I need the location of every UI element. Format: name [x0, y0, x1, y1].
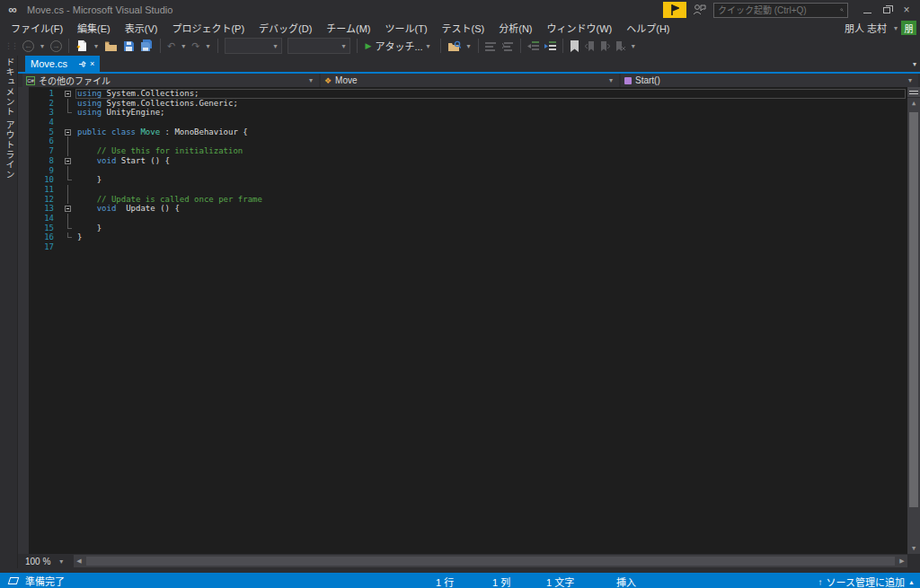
document-outline-vertical-tab[interactable]: ドキュメント アウトライン	[3, 57, 16, 180]
navigate-back-button[interactable]: ←	[21, 37, 36, 55]
debug-target-combobox[interactable]: ▾	[225, 38, 282, 54]
chevron-down-icon[interactable]: ▾	[206, 42, 209, 50]
decrease-indent-button[interactable]	[526, 37, 541, 55]
menu-item-8[interactable]: 分析(N)	[491, 20, 539, 36]
chevron-down-icon[interactable]: ▾	[40, 42, 44, 50]
code-line-17[interactable]: 17	[18, 242, 907, 252]
previous-bookmark-icon	[585, 41, 595, 51]
notifications-flag-button[interactable]	[663, 2, 686, 18]
navigate-forward-button[interactable]: →	[49, 37, 64, 55]
save-all-button[interactable]	[138, 37, 155, 55]
code-line-8[interactable]: 8 void Start () {	[18, 156, 907, 166]
tab-move-cs[interactable]: Move.cs ×	[25, 56, 100, 72]
method-icon	[624, 77, 632, 84]
collapse-icon[interactable]	[65, 129, 71, 136]
line-number: 17	[29, 242, 63, 252]
zoom-control[interactable]: 100 % ▾	[18, 554, 74, 568]
collapse-icon[interactable]	[65, 91, 71, 97]
horizontal-scrollbar-thumb[interactable]	[86, 557, 895, 566]
code-line-2[interactable]: 2using System.Collections.Generic;	[18, 99, 907, 109]
vertical-scrollbar-thumb[interactable]	[909, 112, 918, 507]
clear-bookmarks-button[interactable]	[614, 37, 627, 55]
quick-launch-input[interactable]	[714, 5, 840, 15]
code-line-3[interactable]: 3using UnityEngine;	[18, 108, 907, 118]
menu-item-5[interactable]: チーム(M)	[319, 20, 377, 36]
uncomment-selection-button[interactable]	[500, 37, 516, 55]
code-line-15[interactable]: 15 }	[18, 224, 907, 233]
fold-guide	[67, 99, 68, 109]
chevron-down-icon[interactable]: ▾	[181, 42, 185, 50]
user-account-area[interactable]: 朋人 志村 ▾ 朋	[845, 21, 920, 35]
line-number: 12	[29, 195, 63, 205]
next-bookmark-button[interactable]	[598, 37, 612, 55]
save-button[interactable]	[121, 37, 137, 55]
horizontal-scrollbar[interactable]: ◀ ▶	[74, 555, 907, 567]
type-dropdown[interactable]: ❖ Move ▾	[321, 74, 621, 87]
status-bar: 準備完了 1 行 1 列 1 文字 挿入 ↑ ソース管理に追加 ▲	[0, 573, 920, 588]
code-line-9[interactable]: 9	[18, 166, 907, 176]
toggle-bookmark-button[interactable]	[568, 37, 581, 55]
project-dropdown[interactable]: C# その他のファイル ▾	[22, 74, 321, 87]
member-dropdown[interactable]: Start() ▾	[621, 74, 920, 87]
menu-item-9[interactable]: ウィンドウ(W)	[540, 20, 620, 36]
new-file-button[interactable]	[74, 37, 90, 55]
toolbar-overflow-icon[interactable]: ▾	[467, 42, 471, 50]
tab-close-icon[interactable]: ×	[90, 59, 94, 68]
code-line-6[interactable]: 6	[18, 136, 907, 146]
menu-item-1[interactable]: 編集(E)	[70, 20, 118, 36]
code-line-1[interactable]: 1using System.Collections;	[18, 89, 907, 99]
redo-button[interactable]: ↷	[190, 37, 201, 55]
code-line-12[interactable]: 12 // Update is called once per frame	[18, 195, 907, 205]
code-line-7[interactable]: 7 // Use this for initialization	[18, 146, 907, 156]
feedback-icon[interactable]	[692, 3, 706, 17]
code-line-14[interactable]: 14	[18, 214, 907, 224]
code-line-11[interactable]: 11	[18, 185, 907, 195]
solution-platform-combobox[interactable]: ▾	[288, 38, 350, 54]
toolbar-overflow-icon[interactable]: ▾	[632, 42, 635, 50]
pin-icon[interactable]	[78, 60, 86, 68]
menu-item-3[interactable]: プロジェクト(P)	[164, 20, 252, 36]
menu-item-4[interactable]: デバッグ(D)	[252, 20, 319, 36]
toolbar-grip-icon[interactable]: ⋮⋮	[4, 41, 17, 50]
code-line-13[interactable]: 13 void Update () {	[18, 204, 907, 214]
increase-indent-icon	[544, 41, 556, 51]
title-bar[interactable]: ∞ Move.cs - Microsoft Visual Studio ×	[0, 0, 920, 20]
collapse-icon[interactable]	[65, 158, 71, 164]
up-arrow-icon: ↑	[818, 577, 823, 587]
scroll-up-icon[interactable]: ▲	[907, 98, 920, 109]
code-line-4[interactable]: 4	[18, 118, 907, 127]
scroll-down-icon[interactable]: ▼	[907, 543, 920, 554]
previous-bookmark-button[interactable]	[583, 37, 597, 55]
menu-item-10[interactable]: ヘルプ(H)	[619, 20, 677, 36]
vertical-scrollbar[interactable]: ▲ ▼	[907, 87, 920, 554]
add-to-source-control-button[interactable]: ↑ ソース管理に追加 ▲	[818, 575, 915, 588]
comment-icon	[485, 41, 497, 51]
code-editor[interactable]: 1using System.Collections;2using System.…	[18, 87, 920, 554]
visual-studio-logo-icon: ∞	[5, 3, 20, 17]
quick-launch-box[interactable]	[713, 3, 848, 18]
menu-item-2[interactable]: 表示(V)	[118, 20, 165, 36]
code-line-10[interactable]: 10 }	[18, 175, 907, 185]
comment-selection-button[interactable]	[483, 37, 499, 55]
collapse-icon[interactable]	[65, 206, 71, 212]
menu-item-0[interactable]: ファイル(F)	[4, 20, 70, 36]
increase-indent-button[interactable]	[543, 37, 558, 55]
document-list-dropdown-icon[interactable]: ▾	[913, 60, 916, 68]
splitter-handle[interactable]	[907, 87, 920, 98]
close-button[interactable]: ×	[897, 2, 916, 18]
open-file-button[interactable]	[102, 37, 119, 55]
menu-item-7[interactable]: テスト(S)	[435, 20, 492, 36]
find-in-files-button[interactable]	[446, 37, 463, 55]
minimize-button[interactable]	[857, 2, 877, 18]
restore-button[interactable]	[877, 2, 897, 18]
code-line-5[interactable]: 5public class Move : MonoBehaviour {	[18, 127, 907, 137]
undo-button[interactable]: ↶	[165, 37, 177, 55]
code-line-16[interactable]: 16}	[18, 233, 907, 242]
chevron-down-icon[interactable]: ▾	[94, 42, 98, 50]
menu-item-6[interactable]: ツール(T)	[378, 20, 435, 36]
avatar[interactable]: 朋	[901, 21, 916, 35]
scroll-right-icon[interactable]: ▶	[897, 555, 907, 567]
scroll-left-icon[interactable]: ◀	[74, 555, 84, 567]
attach-to-unity-button[interactable]: ▶ アタッチ... ▾	[362, 37, 436, 55]
fold-guide	[67, 136, 68, 146]
